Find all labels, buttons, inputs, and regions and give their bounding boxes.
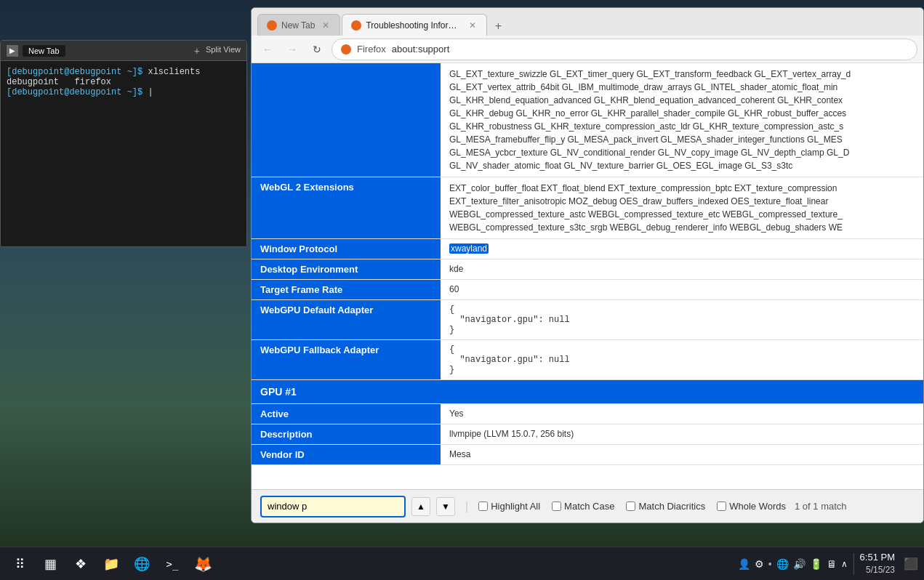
terminal-new-tab-btn[interactable]: + (194, 45, 200, 57)
files-icon: 📁 (103, 556, 119, 572)
table-row-webgpu-default: WebGPU Default Adapter { "navigator.gpu"… (252, 300, 923, 340)
taskbar-terminal[interactable]: >_ (158, 550, 186, 578)
key-cell-webgpu-default: WebGPU Default Adapter (252, 300, 441, 340)
whole-words-checkbox[interactable] (717, 502, 726, 511)
task-manager-icon: ▦ (44, 556, 57, 572)
val-highlight-xwayland: xwayland (449, 243, 489, 254)
tab-favicon-1 (267, 20, 277, 31)
whole-words-label: Whole Words (729, 501, 786, 512)
highlight-all-label: Highlight All (491, 501, 540, 512)
tab-label-1: New Tab (281, 20, 315, 31)
chevron-up-icon[interactable]: ∧ (841, 559, 848, 569)
taskbar-store[interactable]: 🌐 (128, 550, 156, 578)
info-table: GL_EXT_texture_swizzle GL_EXT_timer_quer… (252, 63, 923, 465)
find-match-count: 1 of 1 match (795, 501, 847, 512)
match-diacritics-checkbox[interactable] (626, 502, 635, 511)
terminal-line-3: [debugpoint@debugpoint ~]$ | (7, 87, 241, 97)
table-row-gpu-header: GPU #1 (252, 380, 923, 404)
find-input[interactable] (260, 496, 406, 517)
clock-time: 6:51 PM (860, 551, 895, 564)
store-icon: 🌐 (134, 556, 150, 572)
url-site-name: Firefox (357, 44, 386, 55)
table-row-vendor-id: Vendor ID Mesa (252, 445, 923, 465)
key-cell-frame-rate: Target Frame Rate (252, 280, 441, 300)
taskbar-task-manager[interactable]: ▦ (36, 550, 64, 578)
screen-icon[interactable]: 🖥 (827, 558, 837, 570)
taskbar-clock: 6:51 PM 5/15/23 (860, 551, 898, 576)
table-row-gl-extensions: GL_EXT_texture_swizzle GL_EXT_timer_quer… (252, 63, 923, 177)
key-cell-vendor-id: Vendor ID (252, 445, 441, 465)
val-cell-webgpu-default: { "navigator.gpu": null} (441, 300, 923, 340)
battery-icon[interactable]: 🔋 (810, 558, 822, 570)
taskbar-firefox[interactable]: 🦊 (189, 550, 217, 578)
forward-button[interactable]: → (282, 39, 302, 60)
val-cell-webgl2-ext: EXT_color_buffer_float EXT_float_blend E… (441, 177, 923, 239)
tab-bar: New Tab ✕ Troubleshooting Informat… ✕ + (252, 8, 923, 36)
network-icon[interactable]: 🌐 (776, 558, 789, 570)
terminal-tabs: New Tab (23, 45, 190, 57)
tab-close-1[interactable]: ✕ (321, 20, 331, 31)
val-cell-desktop-env: kde (441, 259, 923, 280)
browser-content: GL_EXT_texture_swizzle GL_EXT_timer_quer… (252, 63, 923, 489)
table-row-window-protocol: Window Protocol xwayland (252, 239, 923, 259)
clock-date: 5/15/23 (860, 564, 895, 576)
new-tab-button[interactable]: + (489, 17, 507, 36)
find-option-highlight-all[interactable]: Highlight All (478, 501, 540, 512)
match-diacritics-label: Match Diacritics (638, 501, 705, 512)
find-prev-button[interactable]: ▲ (411, 497, 430, 516)
match-case-checkbox[interactable] (552, 502, 561, 511)
match-case-label: Match Case (564, 501, 614, 512)
apps-grid-icon: ⠿ (15, 556, 25, 572)
taskbar-files[interactable]: 📁 (97, 550, 125, 578)
terminal-icon: ▶ (7, 45, 18, 57)
back-button[interactable]: ← (257, 39, 278, 60)
browser-tab-newtab[interactable]: New Tab ✕ (257, 14, 340, 36)
url-bar[interactable]: Firefox about:support (332, 39, 917, 60)
key-cell-gpu-header: GPU #1 (252, 380, 923, 404)
speaker-icon[interactable]: 🔊 (793, 558, 806, 570)
tray-separator (853, 553, 854, 575)
terminal-split-view-btn[interactable]: Split View (206, 45, 241, 57)
url-favicon (341, 44, 351, 55)
terminal-line-2: debugpoint firefox (7, 77, 241, 87)
find-option-match-case[interactable]: Match Case (552, 501, 614, 512)
tab-close-2[interactable]: ✕ (467, 20, 478, 31)
nav-bar: ← → ↻ Firefox about:support (252, 36, 923, 63)
table-row-active: Active Yes (252, 404, 923, 424)
taskbar: ⠿ ▦ ❖ 📁 🌐 >_ 🦊 👤 ⚙ • 🌐 🔊 🔋 🖥 ∧ 6:51 PM 5… (0, 547, 924, 580)
taskbar-apps-grid[interactable]: ⠿ (6, 550, 33, 578)
terminal-actions: + Split View (194, 45, 241, 57)
key-cell-gl-ext (252, 63, 441, 177)
display-icon[interactable]: ⬛ (904, 557, 918, 571)
key-cell-webgl2-ext: WebGL 2 Extensions (252, 177, 441, 239)
terminal-line-1: [debugpoint@debugpoint ~]$ xlsclients (7, 67, 241, 77)
val-cell-vendor-id: Mesa (441, 445, 923, 465)
val-cell-description: llvmpipe (LLVM 15.0.7, 256 bits) (441, 424, 923, 445)
find-separator-1: | (465, 500, 468, 513)
tab-label-2: Troubleshooting Informat… (366, 20, 462, 31)
find-bar: ▲ ▼ | Highlight All Match Case Match Dia… (252, 489, 923, 523)
terminal-tab-active[interactable]: New Tab (23, 45, 65, 57)
terminal-content: [debugpoint@debugpoint ~]$ xlsclients de… (1, 61, 246, 246)
taskbar-app-launcher[interactable]: ❖ (67, 550, 95, 578)
app-launcher-icon: ❖ (75, 556, 87, 572)
find-option-whole-words[interactable]: Whole Words (717, 501, 786, 512)
table-row-frame-rate: Target Frame Rate 60 (252, 280, 923, 300)
val-cell-frame-rate: 60 (441, 280, 923, 300)
reload-button[interactable]: ↻ (307, 39, 327, 60)
table-row-webgl2-ext: WebGL 2 Extensions EXT_color_buffer_floa… (252, 177, 923, 239)
find-next-button[interactable]: ▼ (436, 497, 455, 516)
val-cell-gl-ext: GL_EXT_texture_swizzle GL_EXT_timer_quer… (441, 63, 923, 177)
settings-icon[interactable]: ⚙ (755, 558, 764, 570)
table-row-description: Description llvmpipe (LLVM 15.0.7, 256 b… (252, 424, 923, 445)
table-row-webgpu-fallback: WebGPU Fallback Adapter { "navigator.gpu… (252, 340, 923, 380)
browser-tab-troubleshooting[interactable]: Troubleshooting Informat… ✕ (342, 14, 487, 36)
val-cell-webgpu-fallback: { "navigator.gpu": null} (441, 340, 923, 380)
find-option-match-diacritics[interactable]: Match Diacritics (626, 501, 705, 512)
key-cell-description: Description (252, 424, 441, 445)
user-icon[interactable]: 👤 (738, 558, 750, 570)
val-cell-active: Yes (441, 404, 923, 424)
terminal-titlebar: ▶ New Tab + Split View (1, 41, 246, 61)
highlight-all-checkbox[interactable] (478, 502, 488, 511)
tray-dot: • (768, 558, 772, 570)
